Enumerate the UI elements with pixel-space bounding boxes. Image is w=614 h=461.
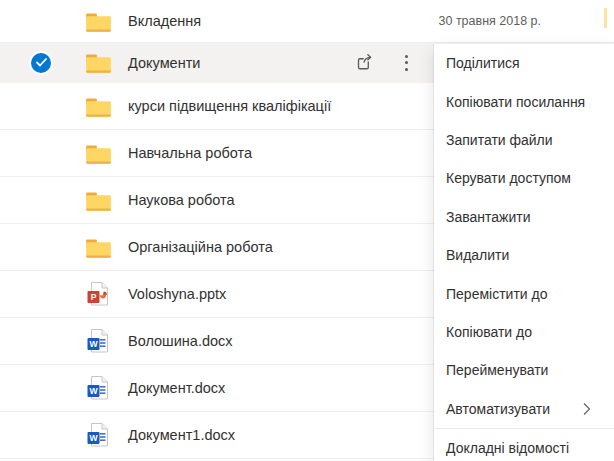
file-name: Документ.docx xyxy=(128,380,225,396)
file-row[interactable]: Вкладення30 травня 2018 р. xyxy=(0,0,614,43)
file-name: Документи xyxy=(128,55,200,71)
svg-text:W: W xyxy=(89,386,98,396)
menu-item-label: Поділитися xyxy=(446,55,520,71)
file-name: Організаційна робота xyxy=(128,239,273,255)
file-name: Вкладення xyxy=(128,13,201,29)
powerpoint-doc-icon: P xyxy=(85,281,112,307)
more-options-icon xyxy=(405,55,408,71)
menu-item-label: Видалити xyxy=(446,247,509,263)
menu-item[interactable]: Перемістити до xyxy=(434,274,614,312)
svg-text:P: P xyxy=(91,292,97,302)
onedrive-file-browser: Вкладення30 травня 2018 р. Документи кур… xyxy=(0,0,614,461)
menu-item[interactable]: Копіювати посилання xyxy=(434,82,614,120)
check-circle-icon[interactable] xyxy=(31,53,51,73)
menu-item[interactable]: Докладні відомості xyxy=(434,429,614,461)
menu-item-label: Автоматизувати xyxy=(446,401,550,417)
menu-item[interactable]: Перейменувати xyxy=(434,351,614,389)
menu-item[interactable]: Автоматизувати xyxy=(434,390,614,428)
modified-date: 30 травня 2018 р. xyxy=(439,14,542,28)
menu-item-label: Запитати файли xyxy=(446,132,553,148)
menu-item-label: Завантажити xyxy=(446,209,531,225)
share-button[interactable] xyxy=(348,47,380,79)
menu-item-label: Докладні відомості xyxy=(446,440,569,456)
folder-icon xyxy=(85,8,112,34)
menu-item[interactable]: Поділитися xyxy=(434,44,614,82)
folder-icon xyxy=(85,234,112,260)
share-icon xyxy=(354,51,375,75)
clipped-folder-icon-fragment xyxy=(604,8,607,28)
file-name: Voloshyna.pptx xyxy=(128,286,226,302)
word-doc-icon: W xyxy=(85,328,112,354)
file-name: курси підвищення кваліфікації xyxy=(128,98,331,114)
chevron-right-icon xyxy=(583,402,591,415)
file-name: Навчальна робота xyxy=(128,145,252,161)
menu-item-label: Перемістити до xyxy=(446,286,547,302)
word-doc-icon: W xyxy=(85,375,112,401)
folder-icon xyxy=(85,187,112,213)
menu-item[interactable]: Керувати доступом xyxy=(434,159,614,197)
folder-icon xyxy=(85,93,112,119)
context-menu: ПоділитисяКопіювати посиланняЗапитати фа… xyxy=(434,44,614,461)
menu-item[interactable]: Запитати файли xyxy=(434,121,614,159)
word-doc-icon: W xyxy=(85,422,112,448)
more-options-button[interactable] xyxy=(390,47,422,79)
menu-item-label: Копіювати посилання xyxy=(446,94,585,110)
menu-item[interactable]: Видалити xyxy=(434,236,614,274)
svg-text:W: W xyxy=(89,433,98,443)
folder-icon xyxy=(85,50,112,76)
file-name: Волошина.docx xyxy=(128,333,233,349)
menu-item[interactable]: Завантажити xyxy=(434,198,614,236)
menu-item[interactable]: Копіювати до xyxy=(434,313,614,351)
folder-icon xyxy=(85,140,112,166)
menu-item-label: Керувати доступом xyxy=(446,170,571,186)
svg-text:W: W xyxy=(89,339,98,349)
file-name: Документ1.docx xyxy=(128,427,235,443)
file-name: Наукова робота xyxy=(128,192,235,208)
menu-item-label: Перейменувати xyxy=(446,362,548,378)
menu-item-label: Копіювати до xyxy=(446,324,532,340)
